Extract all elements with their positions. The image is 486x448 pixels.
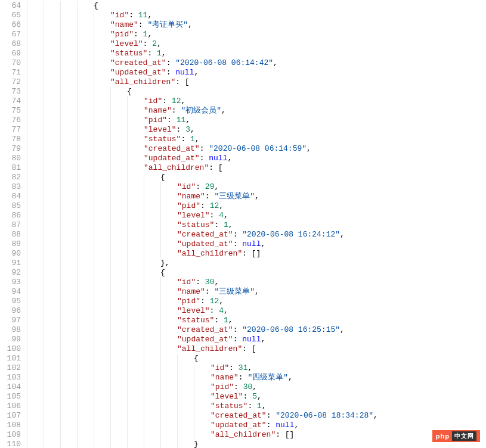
code-line[interactable]: "id": 30, (27, 278, 378, 287)
line-number: 72 (0, 77, 21, 87)
code-line[interactable]: "pid": 1, (27, 30, 378, 39)
line-number: 97 (0, 316, 21, 325)
code-line[interactable]: "level": 5, (27, 392, 378, 402)
line-number: 75 (0, 106, 21, 116)
line-number: 66 (0, 20, 21, 30)
code-line[interactable]: { (27, 87, 378, 97)
line-number: 85 (0, 201, 21, 211)
line-number: 69 (0, 49, 21, 58)
code-line[interactable]: "all_children": [ (27, 163, 378, 173)
code-line[interactable]: "id": 11, (27, 11, 378, 20)
code-line[interactable]: }, (27, 259, 378, 268)
line-number: 79 (0, 144, 21, 154)
code-line[interactable]: "created_at": "2020-06-08 06:14:59", (27, 144, 378, 154)
line-number: 78 (0, 135, 21, 144)
line-number: 82 (0, 173, 21, 182)
code-line[interactable]: } (27, 440, 378, 448)
line-number: 88 (0, 230, 21, 239)
badge-text: php (436, 431, 450, 441)
code-line[interactable]: "id": 31, (27, 363, 378, 373)
line-number: 67 (0, 30, 21, 39)
line-number: 105 (0, 392, 21, 402)
code-line[interactable]: "all_children": [] (27, 430, 378, 440)
code-line[interactable]: "name": "四级菜单", (27, 373, 378, 382)
code-line[interactable]: "name": "初级会员", (27, 106, 378, 116)
watermark-badge: php 中文网 (432, 430, 480, 442)
line-number: 94 (0, 287, 21, 297)
line-number: 65 (0, 11, 21, 20)
code-content[interactable]: {"id": 11,"name": "考证单买","pid": 1,"level… (27, 0, 378, 448)
line-number: 103 (0, 373, 21, 382)
code-line[interactable]: "name": "三级菜单", (27, 287, 378, 297)
code-line[interactable]: "name": "考证单买", (27, 20, 378, 30)
line-number: 90 (0, 249, 21, 259)
code-line[interactable]: "pid": 30, (27, 382, 378, 392)
line-number: 87 (0, 220, 21, 230)
code-editor[interactable]: 6465666768697071727374757677787980818283… (0, 0, 486, 448)
code-line[interactable]: "level": 2, (27, 39, 378, 49)
line-number: 101 (0, 354, 21, 363)
line-number: 71 (0, 68, 21, 77)
code-line[interactable]: "pid": 12, (27, 201, 378, 211)
code-line[interactable]: "level": 4, (27, 211, 378, 220)
line-number: 100 (0, 344, 21, 354)
badge-suffix: 中文网 (452, 431, 476, 441)
line-number: 70 (0, 58, 21, 68)
code-line[interactable]: "updated_at": null, (27, 154, 378, 163)
code-line[interactable]: { (27, 268, 378, 278)
code-line[interactable]: "status": 1, (27, 220, 378, 230)
code-line[interactable]: "status": 1, (27, 49, 378, 58)
code-line[interactable]: "created_at": "2020-06-08 16:24:12", (27, 230, 378, 239)
line-number: 89 (0, 239, 21, 249)
code-line[interactable]: "pid": 11, (27, 116, 378, 125)
code-line[interactable]: "status": 1, (27, 135, 378, 144)
code-line[interactable]: "pid": 12, (27, 297, 378, 306)
line-number: 107 (0, 411, 21, 421)
code-line[interactable]: { (27, 1, 378, 11)
code-line[interactable]: "created_at": "2020-06-08 18:34:28", (27, 411, 378, 421)
code-line[interactable]: "id": 29, (27, 182, 378, 192)
line-number: 102 (0, 363, 21, 373)
line-number: 95 (0, 297, 21, 306)
line-number: 98 (0, 325, 21, 335)
code-line[interactable]: "all_children": [ (27, 77, 378, 87)
line-number-gutter: 6465666768697071727374757677787980818283… (0, 0, 27, 448)
code-line[interactable]: "all_children": [ (27, 344, 378, 354)
line-number: 92 (0, 268, 21, 278)
line-number: 109 (0, 430, 21, 440)
line-number: 74 (0, 97, 21, 106)
code-line[interactable]: "updated_at": null, (27, 421, 378, 430)
code-line[interactable]: "status": 1, (27, 402, 378, 411)
line-number: 104 (0, 382, 21, 392)
line-number: 64 (0, 1, 21, 11)
code-line[interactable]: "name": "三级菜单", (27, 192, 378, 201)
line-number: 77 (0, 125, 21, 135)
code-line[interactable]: "created_at": "2020-06-08 06:14:42", (27, 58, 378, 68)
code-line[interactable]: { (27, 354, 378, 363)
line-number: 99 (0, 335, 21, 344)
code-line[interactable]: "status": 1, (27, 316, 378, 325)
line-number: 91 (0, 259, 21, 268)
line-number: 83 (0, 182, 21, 192)
code-line[interactable]: "level": 3, (27, 125, 378, 135)
code-line[interactable]: "created_at": "2020-06-08 16:25:15", (27, 325, 378, 335)
line-number: 76 (0, 116, 21, 125)
line-number: 108 (0, 421, 21, 430)
line-number: 81 (0, 163, 21, 173)
code-line[interactable]: "updated_at": null, (27, 68, 378, 77)
line-number: 110 (0, 440, 21, 448)
line-number: 80 (0, 154, 21, 163)
line-number: 106 (0, 402, 21, 411)
line-number: 96 (0, 306, 21, 316)
line-number: 93 (0, 278, 21, 287)
line-number: 86 (0, 211, 21, 220)
line-number: 84 (0, 192, 21, 201)
line-number: 68 (0, 39, 21, 49)
code-line[interactable]: "id": 12, (27, 97, 378, 106)
code-line[interactable]: "updated_at": null, (27, 239, 378, 249)
code-line[interactable]: { (27, 173, 378, 182)
code-line[interactable]: "level": 4, (27, 306, 378, 316)
line-number: 73 (0, 87, 21, 97)
code-line[interactable]: "all_children": [] (27, 249, 378, 259)
code-line[interactable]: "updated_at": null, (27, 335, 378, 344)
